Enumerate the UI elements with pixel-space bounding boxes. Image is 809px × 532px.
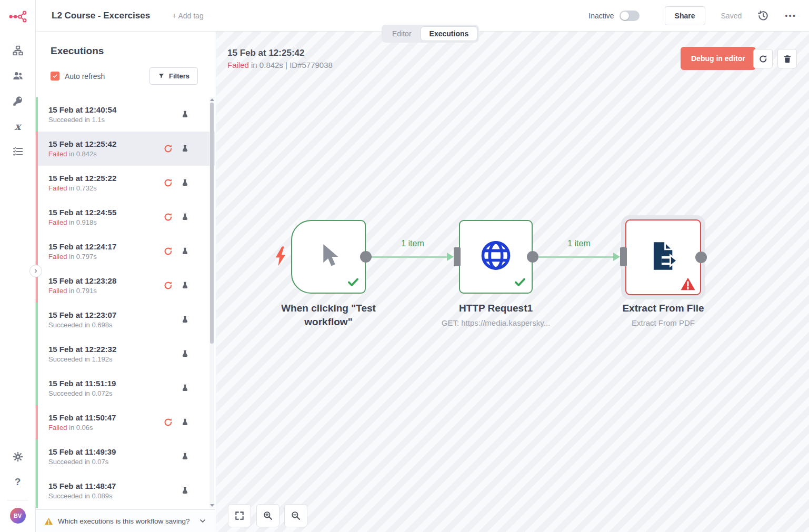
execution-item[interactable]: 15 Feb at 11:49:39 Succeeded in 0.07s: [36, 439, 215, 474]
debug-flask-icon[interactable]: [181, 383, 189, 393]
settings-gear-icon[interactable]: [12, 450, 24, 463]
connection-line[interactable]: [371, 256, 447, 258]
execution-duration: in 0.07s: [85, 458, 109, 466]
execution-duration: in 0.791s: [69, 287, 97, 295]
execution-item[interactable]: 15 Feb at 11:50:47 Failed in 0.06s: [36, 405, 215, 439]
debug-flask-icon[interactable]: [181, 486, 189, 496]
execution-status: Succeeded: [48, 389, 83, 397]
executions-list-icon[interactable]: [12, 145, 24, 158]
fit-view-button[interactable]: [228, 504, 251, 527]
output-connector[interactable]: [527, 251, 538, 263]
execution-duration: in 0.089s: [85, 492, 113, 500]
more-menu-icon[interactable]: •••: [785, 11, 796, 20]
output-connector[interactable]: [360, 251, 372, 263]
scrollbar[interactable]: [209, 97, 214, 508]
add-tag-button[interactable]: + Add tag: [172, 12, 204, 20]
node-http-request[interactable]: [459, 220, 533, 294]
delete-execution-button[interactable]: [777, 49, 797, 68]
debug-flask-icon[interactable]: [181, 349, 189, 359]
active-toggle[interactable]: [620, 11, 640, 21]
trigger-bolt-icon: [274, 246, 287, 267]
variables-icon[interactable]: x: [12, 120, 24, 133]
execution-status: Failed: [48, 218, 67, 226]
execution-status: Succeeded: [48, 492, 83, 500]
refresh-execution-button[interactable]: [753, 49, 773, 68]
panel-collapse-button[interactable]: [29, 265, 42, 277]
input-connector[interactable]: [454, 247, 461, 266]
execution-status: Failed: [48, 184, 67, 192]
scrollbar-thumb[interactable]: [210, 103, 214, 344]
debug-flask-icon[interactable]: [181, 451, 189, 461]
retry-icon[interactable]: [163, 417, 173, 427]
execution-item[interactable]: 15 Feb at 11:51:19 Succeeded in 0.072s: [36, 371, 215, 405]
filters-button[interactable]: Filters: [149, 67, 198, 85]
scroll-up-arrow[interactable]: [210, 98, 214, 101]
debug-flask-icon[interactable]: [181, 212, 189, 222]
execution-duration: in 1.192s: [85, 355, 113, 363]
globe-icon: [479, 238, 513, 272]
debug-in-editor-button[interactable]: Debug in editor: [681, 47, 756, 70]
help-glyph: ?: [15, 476, 21, 488]
status-bar: [36, 200, 38, 234]
retry-icon[interactable]: [163, 178, 173, 188]
debug-flask-icon[interactable]: [181, 246, 189, 256]
tab-editor[interactable]: Editor: [383, 26, 421, 41]
execution-item[interactable]: 15 Feb at 11:48:47 Succeeded in 0.089s: [36, 474, 215, 508]
workflows-icon[interactable]: [12, 44, 24, 57]
zoom-in-icon: [263, 510, 273, 521]
execution-item[interactable]: 15 Feb at 12:25:22 Failed in 0.732s: [36, 166, 215, 200]
zoom-out-button[interactable]: [284, 504, 307, 527]
execution-item-selected[interactable]: 15 Feb at 12:25:42 Failed in 0.842s: [36, 132, 215, 166]
scroll-down-arrow[interactable]: [210, 504, 214, 507]
debug-flask-icon[interactable]: [181, 178, 189, 188]
debug-flask-icon[interactable]: [181, 315, 189, 325]
execution-duration: in 0.698s: [85, 321, 113, 329]
retry-icon[interactable]: [163, 246, 173, 256]
execution-date: 15 Feb at 12:25:42: [48, 139, 116, 148]
execution-item[interactable]: 15 Feb at 12:40:54 Succeeded in 1.1s: [36, 97, 215, 132]
history-icon[interactable]: [757, 10, 769, 22]
auto-refresh-label[interactable]: Auto refresh: [65, 72, 105, 81]
share-button[interactable]: Share: [665, 6, 705, 25]
active-state-label: Inactive: [588, 12, 614, 20]
error-warning-icon: [680, 277, 696, 291]
execution-item[interactable]: 15 Feb at 12:23:28 Failed in 0.791s: [36, 268, 215, 303]
auto-refresh-checkbox[interactable]: [51, 72, 59, 81]
debug-flask-icon[interactable]: [181, 280, 189, 290]
execution-header: 15 Feb at 12:25:42 Failed in 0.842s | ID…: [227, 48, 333, 69]
debug-flask-icon[interactable]: [181, 109, 189, 119]
debug-flask-icon[interactable]: [181, 144, 189, 154]
user-avatar[interactable]: BV: [10, 508, 26, 524]
fit-view-icon: [234, 510, 245, 521]
output-connector[interactable]: [695, 252, 707, 263]
debug-flask-icon[interactable]: [181, 417, 189, 427]
connection-items-label: 1 item: [537, 239, 621, 248]
help-icon[interactable]: ?: [12, 476, 24, 488]
toggle-knob: [621, 12, 629, 20]
zoom-in-button[interactable]: [256, 504, 279, 527]
input-connector[interactable]: [620, 247, 627, 266]
tab-executions[interactable]: Executions: [421, 26, 478, 41]
execution-item[interactable]: 15 Feb at 12:24:17 Failed in 0.797s: [36, 234, 215, 268]
retry-icon[interactable]: [163, 144, 173, 154]
workflow-title[interactable]: L2 Course - Excercises: [52, 11, 150, 21]
execution-date: 15 Feb at 11:51:19: [48, 379, 116, 388]
node-extract-from-file[interactable]: [625, 219, 701, 295]
connection-line[interactable]: [537, 256, 614, 258]
workflow-canvas[interactable]: 15 Feb at 12:25:42 Failed in 0.842s | ID…: [216, 32, 809, 532]
retry-icon[interactable]: [163, 212, 173, 222]
credentials-key-icon[interactable]: [12, 95, 24, 107]
user-groups-icon[interactable]: [12, 69, 24, 82]
node-manual-trigger[interactable]: [291, 220, 366, 294]
retry-icon[interactable]: [163, 280, 173, 290]
node-sublabel: Extract From PDF: [590, 318, 737, 327]
execution-item[interactable]: 15 Feb at 12:24:55 Failed in 0.918s: [36, 200, 215, 234]
execution-item[interactable]: 15 Feb at 12:22:32 Succeeded in 1.192s: [36, 337, 215, 371]
execution-duration: in 0.06s: [69, 424, 93, 431]
cursor-icon: [313, 240, 344, 271]
executions-footer[interactable]: Which executions is this workflow saving…: [36, 509, 215, 532]
n8n-logo[interactable]: [7, 0, 28, 32]
zoom-out-icon: [291, 510, 301, 521]
execution-duration: in 0.842s: [69, 150, 97, 158]
execution-item[interactable]: 15 Feb at 12:23:07 Succeeded in 0.698s: [36, 303, 215, 337]
